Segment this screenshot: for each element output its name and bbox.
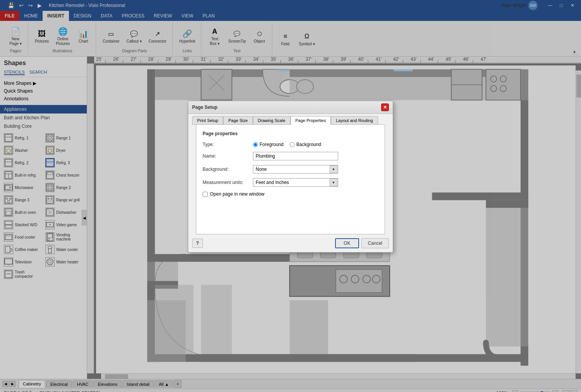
cancel-button[interactable]: Cancel — [361, 238, 389, 248]
name-field-wrapper — [253, 152, 378, 160]
measurement-row: Measurement units: Feet and Inches Meter… — [203, 178, 378, 187]
dialog-tab-layout-routing[interactable]: Layout and Routing — [331, 116, 378, 125]
page-setup-dialog: Page Setup ✕ Print Setup Page Size Drawi… — [188, 101, 393, 253]
dialog-tabs: Print Setup Page Size Drawing Scale Page… — [188, 114, 393, 125]
measurement-dropdown-wrapper: Feet and Inches Meters Centimeters Inche… — [253, 178, 338, 187]
name-input[interactable] — [253, 152, 338, 160]
dialog-footer-right: OK Cancel — [335, 238, 389, 248]
help-button[interactable]: ? — [192, 239, 203, 248]
ok-button[interactable]: OK — [335, 238, 359, 248]
background-dropdown-wrapper: None ▼ — [253, 165, 338, 174]
dialog-tab-page-size[interactable]: Page Size — [223, 116, 253, 125]
dialog-body: Page properties Type: Foreground Backgro… — [196, 124, 385, 234]
foreground-option[interactable]: Foreground — [253, 142, 284, 147]
dialog-tab-drawing-scale[interactable]: Drawing Scale — [253, 116, 290, 125]
background-dropdown[interactable]: None — [253, 165, 338, 174]
background-option[interactable]: Background — [290, 142, 321, 147]
measurement-select-wrapper: Feet and Inches Meters Centimeters Inche… — [253, 178, 378, 187]
page-properties-title: Page properties — [203, 131, 378, 136]
background-select-wrapper: None ▼ — [253, 165, 378, 174]
name-row: Name: — [203, 152, 378, 160]
background-label: Background: — [203, 167, 253, 172]
measurement-dropdown[interactable]: Feet and Inches Meters Centimeters Inche… — [253, 178, 338, 187]
foreground-radio[interactable] — [253, 142, 258, 147]
type-row: Type: Foreground Background — [203, 142, 378, 147]
dialog-tab-page-properties[interactable]: Page Properties — [290, 116, 331, 125]
type-label: Type: — [203, 142, 253, 147]
open-new-window-checkbox[interactable] — [203, 192, 208, 197]
open-new-window-label: Open page in new window — [210, 191, 265, 197]
type-options: Foreground Background — [253, 142, 378, 147]
dialog-close-button[interactable]: ✕ — [381, 103, 389, 111]
background-label: Background — [296, 142, 321, 147]
background-radio[interactable] — [290, 142, 295, 147]
measurement-label: Measurement units: — [203, 180, 253, 185]
dialog-title-bar: Page Setup ✕ — [188, 101, 393, 114]
dialog-tab-print-setup[interactable]: Print Setup — [192, 116, 223, 125]
dialog-body-wrapper: Page properties Type: Foreground Backgro… — [188, 124, 393, 234]
background-row: Background: None ▼ — [203, 165, 378, 174]
open-new-window-row[interactable]: Open page in new window — [203, 191, 378, 197]
dialog-title-text: Page Setup — [192, 105, 217, 110]
dialog-overlay: Page Setup ✕ Print Setup Page Size Drawi… — [0, 0, 581, 392]
dialog-footer: ? OK Cancel — [188, 234, 393, 252]
foreground-label: Foreground — [260, 142, 284, 147]
dialog-spacer — [203, 197, 378, 228]
name-label: Name: — [203, 153, 253, 159]
